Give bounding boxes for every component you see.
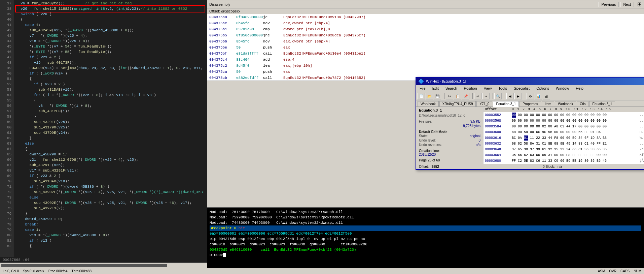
console-prompt[interactable]: 0:000> xyxy=(210,253,641,257)
winhex-statusbar: Offset: 3552 = 0 Block: n/a Size: n/a xyxy=(416,164,644,169)
menu-help[interactable]: Help xyxy=(574,86,585,91)
menu-search[interactable]: Search xyxy=(443,86,459,91)
tb-extra3[interactable]: 🖨 xyxy=(543,93,550,99)
tb-open[interactable]: 📂 xyxy=(426,93,433,99)
code-line: v21 = fun_she112_0798(*(_DWORD *)(v25 + … xyxy=(16,157,204,162)
right-pane: Disassembly Previous Next ⊞ Offset: @$sc… xyxy=(207,0,644,268)
winhex-file-info: Equation.3_1 D:\tool\sec\sample\pdf18_12… xyxy=(416,107,484,164)
disasm-row[interactable]: 004375ae8b45fcmoveax,dword ptr [ebp-4] xyxy=(207,20,644,26)
disasm-row[interactable]: 004375c28d45f0leaeax,[ebp-10h] xyxy=(207,63,644,69)
hex-row-3632[interactable]: 00003632 08 02 58 8A 31 C1 8B 08 9B 49 1… xyxy=(484,141,644,147)
hex-row-3664[interactable]: 00003664 35 66 62 63 66 65 31 00 00 E8 F… xyxy=(484,152,644,158)
hex-row-3680[interactable]: 00003680 FF C2 5E 83 C6 11 33 C9 66 B9 B… xyxy=(484,158,644,164)
cursor xyxy=(223,253,226,257)
code-line: } xyxy=(16,211,204,216)
tb-next-right[interactable]: ▶ xyxy=(514,93,522,99)
menu-position[interactable]: Position xyxy=(462,86,479,91)
console-segs-line: cs=001b ss=0023 ds=0023 es=0023 fs=003b … xyxy=(210,242,641,247)
tb-paste[interactable]: 📌 xyxy=(462,93,469,99)
previous-button[interactable]: Previous xyxy=(599,2,619,7)
tb-extra2[interactable]: 📊 xyxy=(535,93,542,99)
hex-row-3584[interactable]: 00003584 00 00 00 00 00 02 00 A8 C3 44 1… xyxy=(484,124,644,129)
creation-label: Creation time: xyxy=(419,149,480,153)
tb-redo[interactable]: ↪ xyxy=(482,93,490,99)
undo-rev-row: Undo reverses: n/a xyxy=(419,143,480,147)
file-size-row: File size: 9.5 KB xyxy=(419,119,480,124)
disasm-row[interactable]: 004375ca50pusheax xyxy=(207,69,644,75)
code-line: sub_4312E0(i); xyxy=(16,109,204,114)
winhex-offset-status: Offset: 3552 xyxy=(419,165,439,169)
code-line: if ( v23 & 2 ) xyxy=(16,173,204,179)
winhex-window: 🔷 WinHex - [Equation.3_1] _ □ ✕ File Edi… xyxy=(416,77,644,170)
code-line: case 4: xyxy=(16,22,204,28)
page-info: Page 25 of 68 xyxy=(419,158,480,162)
tab-equation31-outer[interactable]: Equation.3_1 xyxy=(493,101,519,107)
tb-undo[interactable]: ↩ xyxy=(474,93,481,99)
hex-row-3568[interactable]: 00003568 00 00 00 00 00 00 00 00 00 00 0… xyxy=(484,118,644,124)
tb-cut[interactable]: ✂ xyxy=(446,93,453,99)
menu-options[interactable]: Options xyxy=(534,86,551,91)
hex-row-3552[interactable]: 00003552 00 00 00 00 00 00 00 00 00 00 0… xyxy=(484,112,644,118)
winhex-icon: 🔷 xyxy=(418,79,424,84)
tab-xrt4[interactable]: XRt4bgFPU4_EUS9 xyxy=(439,101,476,106)
undo-level-row: Undo level: 0 xyxy=(419,138,480,143)
next-button[interactable]: Next xyxy=(620,2,634,7)
tb-save[interactable]: 💾 xyxy=(434,93,441,99)
tb-copy[interactable]: 📋 xyxy=(454,93,461,99)
tab-y71[interactable]: Y71_0 xyxy=(476,101,492,106)
status-thrd: Thrd 000:a88 xyxy=(71,269,92,273)
code-line: case 1: xyxy=(16,227,204,233)
code-line: v18 = *(_DWORD *)(v25 + 8); xyxy=(16,38,204,44)
menu-specialist[interactable]: Specialist xyxy=(512,86,532,91)
console-call-line: 004375d5 e846310000 call EqnEdt32!MFEnum… xyxy=(210,247,641,252)
code-line: else xyxy=(16,141,204,146)
disasm-row[interactable]: 004375a80f8489030000jeEqnEdt32!MFEnumFun… xyxy=(207,14,644,20)
tb-find[interactable]: 🔍 xyxy=(494,93,502,99)
status-proc: Proc 000:fb4 xyxy=(48,269,68,273)
code-line: if ( v23 & 2 ) xyxy=(16,82,204,87)
disasm-row[interactable]: 004375b183782e00cmpdword ptr [eax+2Eh],0 xyxy=(207,26,644,32)
menu-tools[interactable]: Tools xyxy=(496,86,509,91)
tb-new[interactable]: 📄 xyxy=(418,93,425,99)
debug-console: ModLoad: 75140000 7517b000 C:\Windows\sy… xyxy=(207,207,644,268)
tab-item[interactable]: Item xyxy=(542,101,554,106)
code-line: if ( *(_DWORD *)(dword_45B380 + 8) ) xyxy=(16,184,204,189)
code-line: sub_43291F(v25); xyxy=(16,119,204,125)
state-row: State: original xyxy=(419,134,480,138)
status-left: Ln 0, Col 0 Sys 0:<Local> Proc 000:fb4 T… xyxy=(3,269,92,273)
code-line: v7 = *(_DWORD *)(v25 + 4); xyxy=(16,33,204,38)
code-line: { xyxy=(16,146,204,152)
menu-edit[interactable]: Edit xyxy=(430,86,441,91)
hex-row-3616[interactable]: 00003616 BC 0A 01 11 22 33 44 F8 00 00 B… xyxy=(484,135,644,141)
tab-equation31-inner[interactable]: Equation.3_1 xyxy=(589,101,615,106)
winhex-body: Equation.3_1 D:\tool\sec\sample\pdf18_12… xyxy=(416,107,644,164)
winhex-menubar: File Edit Search Position View Tools Spe… xyxy=(416,85,644,92)
console-line: ModLoad: 75140000 7517b000 C:\Windows\sy… xyxy=(210,209,641,215)
code-line: v19 = sub_40173F(); xyxy=(16,60,204,65)
disassembly-resize-icon[interactable]: ⊞ xyxy=(637,1,642,7)
hex-row-3648[interactable]: 00003648 37 65 30 37 39 61 32 35 32 34 6… xyxy=(484,147,644,152)
disasm-row[interactable]: 004375b50f850c000000jneEqnEdt32!MFEnumFu… xyxy=(207,32,644,38)
disasm-row[interactable]: 004375bfe81da3ffffcallEqnEdt32!MFEnumFun… xyxy=(207,51,644,57)
disasm-row[interactable]: 004375be50pusheax xyxy=(207,44,644,51)
hex-row-3600[interactable]: 00003600 48 90 5D 00 6C 9C 5B 00 00 00 0… xyxy=(484,129,644,135)
menu-window[interactable]: Window xyxy=(554,86,571,91)
menu-file[interactable]: File xyxy=(418,86,428,91)
tb-extra1[interactable]: ⚙ xyxy=(527,93,534,99)
disasm-row[interactable]: 004375bb8b45fcmoveax,dword ptr [ebp-4] xyxy=(207,38,644,44)
disassembly-panel: Disassembly Previous Next ⊞ Offset: @$sc… xyxy=(207,0,644,81)
tab-properties[interactable]: Properties xyxy=(520,101,541,106)
code-text: v6 = fun_ReadByte(); // get the bit of t… xyxy=(13,0,207,257)
tab-workbook2[interactable]: Workbook xyxy=(555,101,576,106)
file-name: Equation.3_1 xyxy=(419,108,480,112)
code-line: } xyxy=(16,135,204,141)
tab-workbook1[interactable]: Workbook xyxy=(418,101,439,106)
code-line: if ( v23 & 2 ) xyxy=(16,55,204,60)
code-line: sub_432A59(v25, *(_DWORD *)(dword_45B380… xyxy=(16,28,204,33)
disassembly-title: Disassembly xyxy=(209,2,230,6)
code-scrollbar[interactable] xyxy=(0,263,207,268)
tab-ctls[interactable]: Ctls xyxy=(577,101,588,106)
menu-view[interactable]: View xyxy=(482,86,494,91)
disasm-row[interactable]: 004375c483c404addesp,4 xyxy=(207,57,644,63)
tb-prev[interactable]: ◀ xyxy=(506,93,514,99)
